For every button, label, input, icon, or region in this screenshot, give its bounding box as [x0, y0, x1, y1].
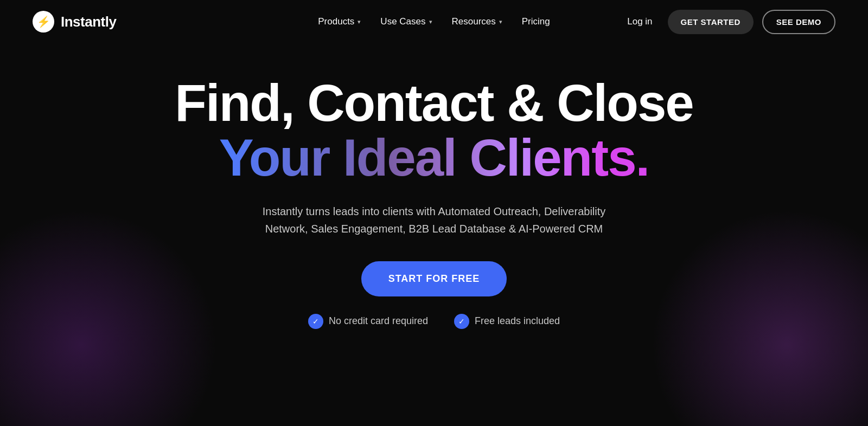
- hero-subtitle: Instantly turns leads into clients with …: [250, 203, 618, 237]
- badge-label-2: Free leads included: [475, 315, 560, 327]
- hero-section: Find, Contact & Close Your Ideal Clients…: [0, 43, 868, 351]
- nav-pricing[interactable]: Pricing: [514, 12, 558, 31]
- check-icon: ✓: [454, 314, 469, 329]
- chevron-down-icon: ▾: [358, 18, 361, 25]
- nav-links: Products ▾ Use Cases ▾ Resources ▾ Prici…: [310, 12, 557, 31]
- badge-free-leads: ✓ Free leads included: [454, 314, 560, 329]
- see-demo-button[interactable]: SEE DEMO: [762, 10, 835, 34]
- nav-right: Log in GET STARTED SEE DEMO: [621, 10, 835, 34]
- logo-text: Instantly: [61, 14, 116, 30]
- hero-badges: ✓ No credit card required ✓ Free leads i…: [308, 314, 560, 329]
- get-started-button[interactable]: GET STARTED: [668, 10, 754, 34]
- chevron-down-icon: ▾: [499, 18, 502, 25]
- navbar: ⚡ Instantly Products ▾ Use Cases ▾ Resou…: [0, 0, 868, 43]
- hero-title-line2: Your Ideal Clients.: [219, 131, 649, 185]
- hero-title-line1: Find, Contact & Close: [175, 76, 693, 131]
- lightning-icon: ⚡: [37, 15, 50, 28]
- start-free-button[interactable]: START FOR FREE: [361, 261, 507, 296]
- logo[interactable]: ⚡ Instantly: [33, 11, 116, 33]
- check-icon: ✓: [308, 314, 323, 329]
- nav-products[interactable]: Products ▾: [310, 12, 368, 31]
- logo-icon: ⚡: [33, 11, 54, 33]
- chevron-down-icon: ▾: [429, 18, 432, 25]
- login-button[interactable]: Log in: [621, 12, 659, 31]
- badge-no-credit-card: ✓ No credit card required: [308, 314, 428, 329]
- nav-resources[interactable]: Resources ▾: [444, 12, 510, 31]
- badge-label-1: No credit card required: [329, 315, 428, 327]
- nav-use-cases[interactable]: Use Cases ▾: [373, 12, 439, 31]
